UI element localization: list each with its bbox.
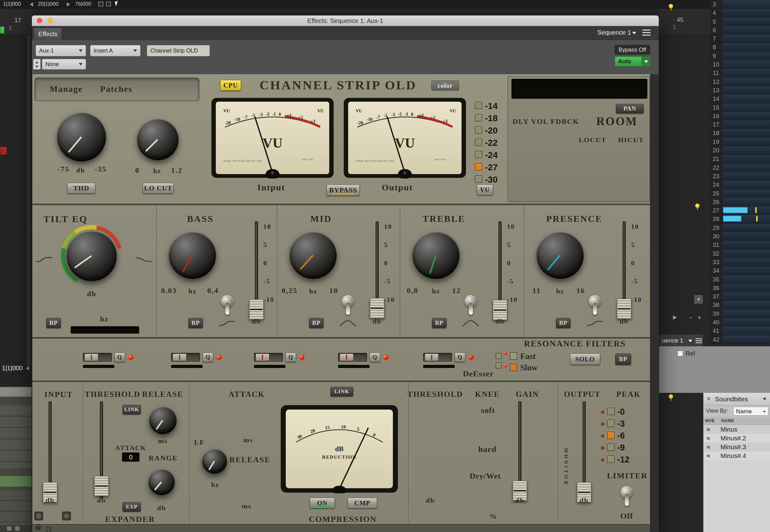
locator-start[interactable]: 1|1|000 — [3, 1, 21, 7]
fader-cap[interactable] — [249, 299, 264, 320]
limiter-toggle[interactable] — [620, 486, 634, 509]
cal-led-active[interactable] — [475, 163, 482, 171]
track-number[interactable]: 21 — [711, 155, 722, 163]
chevron-up-icon[interactable] — [35, 61, 38, 63]
chevron-down-icon[interactable] — [688, 340, 692, 342]
bypass-slot-button[interactable] — [34, 512, 43, 520]
bp-button[interactable]: BP — [188, 318, 203, 328]
chevron-down-icon[interactable] — [632, 32, 636, 34]
track-row[interactable] — [722, 52, 770, 60]
track-number[interactable]: 30 — [711, 232, 722, 241]
track-row[interactable] — [722, 335, 770, 344]
zoom-in-icon[interactable]: + — [698, 314, 701, 321]
bp-button[interactable]: BP — [556, 318, 570, 328]
exp-range-knob[interactable] — [148, 469, 175, 495]
track-number[interactable]: 15 — [711, 103, 722, 112]
track-number[interactable]: 36 — [711, 284, 722, 292]
track-row[interactable] — [722, 34, 770, 43]
track-number[interactable]: 16 — [711, 112, 722, 120]
track-row[interactable] — [722, 275, 770, 284]
resonance-slider[interactable] — [338, 353, 367, 362]
track-number[interactable]: 8 — [711, 43, 722, 51]
exp-button[interactable]: EXP — [122, 502, 141, 512]
track-number[interactable]: 10 — [711, 60, 722, 69]
track-number[interactable]: 12 — [711, 77, 722, 86]
track-number[interactable]: 35 — [711, 275, 722, 284]
track-row[interactable] — [722, 129, 770, 137]
track-row[interactable] — [722, 292, 770, 301]
cal-led[interactable] — [475, 102, 482, 109]
lock-icon[interactable] — [36, 524, 41, 530]
fader-cap[interactable] — [370, 298, 384, 318]
q-button[interactable]: Q — [203, 353, 213, 362]
track-row[interactable] — [722, 77, 770, 86]
cal-led[interactable] — [475, 114, 482, 122]
green-clip-fragment[interactable] — [0, 26, 4, 33]
track-number[interactable]: 28 — [711, 215, 722, 223]
track-row[interactable] — [722, 189, 770, 198]
exp-link-button[interactable]: LINK — [122, 405, 141, 414]
resonance-slider[interactable] — [83, 353, 112, 362]
fast-checkbox[interactable] — [510, 352, 517, 360]
locut-button[interactable]: LO CUT — [143, 183, 173, 194]
track-number[interactable]: 5 — [711, 17, 722, 26]
vu-mode-button[interactable]: VU — [477, 184, 493, 195]
chevron-down-icon[interactable] — [763, 398, 767, 400]
track-row[interactable] — [722, 301, 770, 309]
list-item[interactable]: ≈ Minus#.3 — [704, 443, 770, 451]
solo-button[interactable]: SOLO — [570, 354, 600, 365]
play-icon[interactable]: ▶ — [673, 314, 677, 320]
soundbites-header[interactable]: × Soundbites — [704, 393, 770, 405]
presence-knob[interactable] — [536, 232, 584, 279]
bass-shelf-toggle[interactable] — [220, 295, 234, 317]
tool-icon[interactable] — [15, 526, 20, 531]
resonance-slider[interactable] — [254, 353, 283, 362]
slider-cap[interactable] — [425, 354, 439, 361]
exp-attack-display[interactable]: 0 — [122, 452, 139, 462]
viewby-select[interactable]: Name — [733, 407, 768, 416]
left-scrollbar[interactable] — [27, 35, 30, 366]
track-row[interactable] — [722, 120, 770, 129]
tab-effects[interactable]: Effects — [34, 28, 62, 40]
track-number[interactable]: 17 — [711, 120, 722, 129]
minimize-button[interactable] — [48, 18, 53, 23]
track-number[interactable]: 40 — [711, 318, 722, 326]
track-row[interactable] — [722, 172, 770, 180]
track-number[interactable]: 31 — [711, 241, 722, 249]
counter-value[interactable]: 1|1|000 — [2, 365, 23, 371]
q-button[interactable]: Q — [370, 353, 380, 362]
track-number[interactable]: 9 — [711, 52, 722, 60]
track-row[interactable] — [722, 0, 770, 8]
track-row[interactable] — [722, 146, 770, 155]
track-number[interactable]: 39 — [711, 309, 722, 318]
cal-led[interactable] — [475, 139, 482, 146]
track-row[interactable] — [722, 94, 770, 103]
comp-cmp-button[interactable]: CMP — [348, 498, 377, 508]
tool-icon[interactable] — [7, 526, 11, 531]
prev-marker-icon[interactable] — [30, 2, 33, 7]
color-button[interactable]: color — [431, 81, 459, 91]
audio-clip[interactable] — [723, 216, 741, 222]
track-row[interactable] — [722, 309, 770, 318]
slider-cap[interactable] — [340, 354, 354, 361]
track-row[interactable] — [722, 69, 770, 77]
fader-cap[interactable] — [617, 299, 631, 319]
track-row[interactable] — [722, 318, 770, 326]
track-dropdown[interactable]: Aux-1 — [36, 45, 86, 56]
comp-gain-fader[interactable] — [512, 401, 527, 498]
counter-prev-icon[interactable] — [26, 366, 29, 371]
slider-cap[interactable] — [256, 354, 269, 361]
track-number[interactable]: 7 — [711, 34, 722, 43]
mid-bell-toggle[interactable] — [341, 295, 355, 317]
patches-button[interactable]: Patches — [94, 84, 138, 94]
track-number[interactable]: 11 — [711, 69, 722, 77]
drywet-label[interactable]: Dry/Wet — [465, 472, 506, 481]
bp-button[interactable]: BP — [46, 318, 61, 328]
knee-hard-label[interactable]: hard — [473, 445, 502, 454]
q-button[interactable]: Q — [286, 353, 296, 362]
room-hicut-label[interactable]: HICUT — [615, 136, 647, 144]
list-item[interactable]: ≈ Minus#.4 — [704, 451, 770, 460]
red-clip-fragment[interactable] — [0, 147, 7, 155]
exp-threshold-fader[interactable] — [94, 401, 109, 498]
resonance-slider[interactable] — [171, 353, 200, 362]
